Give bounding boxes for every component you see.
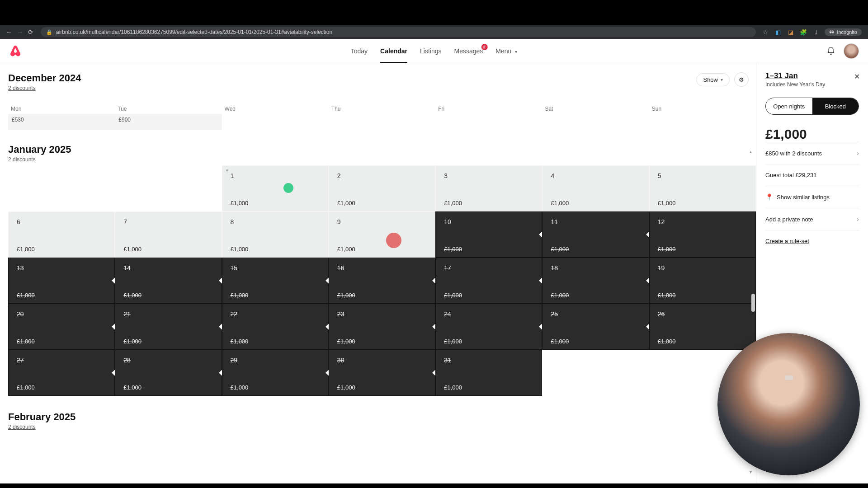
weekday-label: Sat [542,104,649,114]
dec-tail-cell[interactable]: £900 [115,114,222,130]
day-16[interactable]: 16£1,000 [329,258,435,304]
nav-today[interactable]: Today [351,47,368,55]
day-number: 20 [17,310,106,318]
airbnb-logo-icon[interactable] [9,45,22,57]
scroll-down-icon[interactable]: ▾ [750,469,755,474]
toggle-blocked[interactable]: Blocked [812,98,859,114]
day-price: £1,000 [337,292,427,299]
day-14[interactable]: 14£1,000 [115,258,222,304]
day-23[interactable]: 23£1,000 [329,304,435,350]
day-number: 14 [123,264,213,272]
side-title[interactable]: 1–31 Jan [765,71,859,80]
day-25[interactable]: 25£1,000 [542,304,649,350]
day-20[interactable]: 20£1,000 [8,304,115,350]
day-21[interactable]: 21£1,000 [115,304,222,350]
day-22[interactable]: 22£1,000 [222,304,329,350]
day-price: £1,000 [337,200,427,206]
day-4[interactable]: 4£1,000 [542,165,649,211]
nav-listings[interactable]: Listings [420,47,441,55]
discounts-link-feb[interactable]: 2 discounts [8,424,36,430]
nav-messages[interactable]: Messages 2 [454,47,483,55]
forward-icon[interactable]: → [15,28,24,37]
day-29[interactable]: 29£1,000 [222,350,329,396]
private-note-row[interactable]: Add a private note › [765,208,859,230]
dec-tail-cell [649,114,756,130]
day-8[interactable]: 8£1,000 [222,211,329,258]
day-19[interactable]: 19£1,000 [649,258,756,304]
show-button[interactable]: Show ▾ [696,73,730,86]
day-1[interactable]: 1£1,000* [222,165,329,211]
day-28[interactable]: 28£1,000 [115,350,222,396]
day-number: 22 [231,310,320,318]
day-15[interactable]: 15£1,000 [222,258,329,304]
url-text: airbnb.co.uk/multicalendar/1061186280362… [56,29,332,35]
day-11[interactable]: 11£1,000 [542,211,649,258]
day-17[interactable]: 17£1,000 [435,258,542,304]
day-12[interactable]: 12£1,000 [649,211,756,258]
day-number: 24 [444,310,533,318]
ext-icon-2[interactable]: ◪ [787,28,795,36]
back-icon[interactable]: ← [5,28,14,37]
day-7[interactable]: 7£1,000 [115,211,222,258]
avatar[interactable] [844,43,859,59]
day-5[interactable]: 5£1,000 [649,165,756,211]
day-number: 13 [17,264,106,272]
gear-icon: ⚙ [739,76,744,83]
day-price: £1,000 [444,384,533,391]
day-price: £1,000 [658,200,747,206]
day-18[interactable]: 18£1,000 [542,258,649,304]
day-6[interactable]: 6£1,000 [8,211,115,258]
star-icon[interactable]: ☆ [761,28,769,36]
extensions-icon[interactable]: 🧩 [799,28,807,36]
reload-icon[interactable]: ⟳ [26,28,35,37]
ruleset-link[interactable]: Create a rule-set [765,230,859,252]
url-field[interactable]: 🔒 airbnb.co.uk/multicalendar/10611862803… [41,27,756,37]
close-icon[interactable]: ✕ [854,72,860,81]
day-31[interactable]: 31£1,000 [435,350,542,396]
discount-row-label: £850 with 2 discounts [765,150,822,157]
nav-menu[interactable]: Menu ▾ [495,47,517,55]
similar-listings-row[interactable]: 📍 Show similar listings [765,186,859,208]
day-26[interactable]: 26£1,000 [649,304,756,350]
day-24[interactable]: 24£1,000 [435,304,542,350]
incognito-pill[interactable]: 🕶 Incognito [825,28,862,36]
day-number: 10 [444,218,533,225]
month-february: February 2025 2 discounts [8,411,756,430]
day-2[interactable]: 2£1,000 [329,165,435,211]
nav-calendar[interactable]: Calendar [380,47,407,55]
toggle-open[interactable]: Open nights [766,98,812,114]
cam-handle-icon [785,375,793,380]
bell-icon[interactable] [826,47,835,56]
discounts-link-jan[interactable]: 2 discounts [8,156,36,163]
day-price: £1,000 [658,338,747,345]
day-9[interactable]: 9£1,000 [329,211,435,258]
incognito-icon: 🕶 [829,29,834,35]
discount-row[interactable]: £850 with 2 discounts › [765,142,859,164]
day-13[interactable]: 13£1,000 [8,258,115,304]
day-27[interactable]: 27£1,000 [8,350,115,396]
day-10[interactable]: 10£1,000 [435,211,542,258]
guest-total-row[interactable]: Guest total £29,231 [765,164,859,186]
ext-icon-1[interactable]: ◧ [774,28,782,36]
day-price: £1,000 [123,338,213,345]
weekday-label: Fri [435,104,542,114]
download-icon[interactable]: ⤓ [812,28,820,36]
browser-chrome: ← → ⟳ 🔒 airbnb.co.uk/multicalendar/10611… [0,25,868,39]
weekday-label: Wed [222,104,329,114]
day-price: £1,000 [658,246,747,253]
day-price: £1,000 [444,200,533,206]
scroll-thumb[interactable] [751,294,755,312]
dec-tail-cell [329,114,435,130]
dec-tail-cell[interactable]: £530 [8,114,115,130]
weekday-label: Tue [115,104,222,114]
day-price: £1,000 [123,292,213,299]
scroll-up-icon[interactable]: ▴ [750,149,755,154]
day-number: 5 [658,172,747,179]
day-30[interactable]: 30£1,000 [329,350,435,396]
discounts-link-dec[interactable]: 2 discounts [8,85,36,91]
side-price: £1,000 [765,127,859,142]
day-3[interactable]: 3£1,000 [435,165,542,211]
dec-tail-row: £530£900 [8,114,756,130]
settings-button[interactable]: ⚙ [734,72,749,87]
day-price: £1,000 [17,246,106,253]
